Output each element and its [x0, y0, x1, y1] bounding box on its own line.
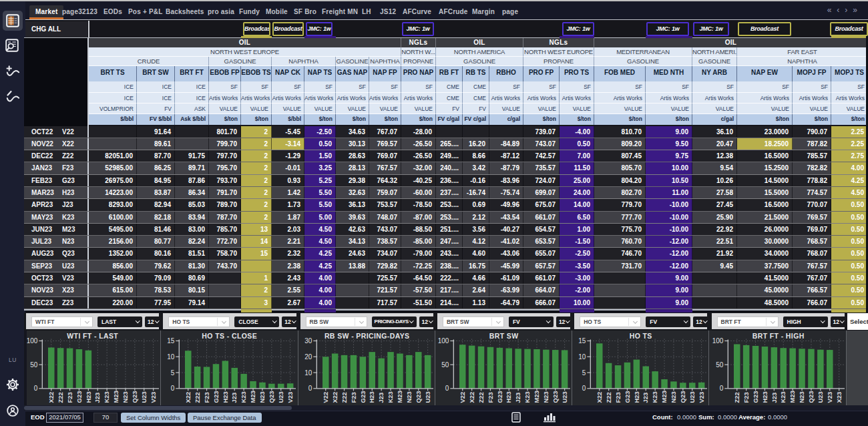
svg-text:X22: X22 — [184, 391, 192, 403]
svg-text:100: 100 — [712, 337, 723, 345]
svg-text:X22: X22 — [331, 391, 338, 403]
svg-text:H23: H23 — [222, 391, 229, 403]
svg-text:K23: K23 — [240, 391, 248, 403]
svg-text:0: 0 — [719, 385, 723, 392]
svg-text:M23: M23 — [250, 391, 257, 403]
svg-text:G23: G23 — [624, 391, 631, 403]
svg-text:15: 15 — [578, 337, 586, 345]
svg-text:J23: J23 — [642, 392, 650, 403]
svg-text:50: 50 — [30, 361, 38, 368]
svg-text:Z22: Z22 — [194, 392, 201, 403]
svg-text:V23: V23 — [150, 391, 157, 403]
svg-text:J23: J23 — [377, 392, 385, 403]
svg-text:K23: K23 — [779, 391, 787, 403]
svg-text:30: 30 — [304, 337, 312, 345]
svg-text:F23: F23 — [203, 392, 210, 403]
svg-text:K23: K23 — [103, 391, 110, 403]
svg-text:N23: N23 — [542, 391, 550, 403]
svg-text:0: 0 — [445, 385, 449, 392]
svg-text:N23: N23 — [405, 391, 413, 403]
svg-text:HO TS - CLOSE: HO TS - CLOSE — [202, 333, 258, 340]
svg-text:G23: G23 — [495, 391, 503, 403]
svg-text:Z22: Z22 — [605, 392, 612, 403]
svg-text:100: 100 — [438, 337, 449, 345]
svg-text:Z22: Z22 — [57, 392, 64, 403]
svg-text:K23: K23 — [652, 391, 659, 403]
svg-text:20: 20 — [304, 353, 312, 360]
svg-text:Q23: Q23 — [415, 391, 422, 403]
svg-text:H23: H23 — [761, 391, 768, 403]
svg-text:M23: M23 — [660, 391, 668, 403]
svg-text:50: 50 — [441, 361, 449, 368]
svg-text:V22: V22 — [459, 391, 466, 403]
svg-text:Z22: Z22 — [340, 392, 347, 403]
svg-text:J23: J23 — [93, 392, 101, 403]
svg-text:H23: H23 — [85, 391, 92, 403]
svg-text:J23: J23 — [770, 392, 777, 403]
svg-text:F23: F23 — [349, 392, 357, 403]
svg-text:Q23: Q23 — [552, 391, 559, 403]
svg-text:Q23: Q23 — [807, 391, 815, 403]
svg-text:100: 100 — [27, 337, 38, 345]
svg-text:M23: M23 — [533, 391, 540, 403]
svg-text:G23: G23 — [75, 391, 83, 403]
svg-text:0: 0 — [582, 385, 586, 392]
svg-text:V23: V23 — [825, 391, 833, 403]
svg-text:U23: U23 — [817, 391, 824, 403]
svg-text:M23: M23 — [396, 391, 403, 403]
svg-text:F23: F23 — [66, 392, 73, 403]
svg-text:0: 0 — [34, 385, 38, 392]
svg-text:10: 10 — [304, 369, 312, 376]
svg-text:10: 10 — [167, 353, 175, 360]
svg-text:J23: J23 — [231, 392, 238, 403]
svg-text:G23: G23 — [359, 391, 366, 403]
svg-text:H23: H23 — [633, 391, 640, 403]
svg-text:Q23: Q23 — [268, 391, 275, 403]
svg-text:U23: U23 — [561, 391, 568, 403]
svg-text:WTI FT - LAST: WTI FT - LAST — [67, 333, 118, 340]
svg-text:U23: U23 — [423, 391, 431, 403]
svg-text:0: 0 — [171, 385, 175, 392]
svg-text:V23: V23 — [698, 391, 705, 403]
svg-text:X23: X23 — [835, 391, 842, 403]
svg-text:U23: U23 — [140, 391, 148, 403]
svg-text:J23: J23 — [514, 392, 521, 403]
svg-text:K23: K23 — [387, 391, 394, 403]
svg-text:Q23: Q23 — [679, 391, 686, 403]
svg-text:V22: V22 — [322, 391, 329, 403]
svg-text:X22: X22 — [47, 391, 55, 403]
svg-text:15: 15 — [167, 337, 175, 345]
svg-text:U23: U23 — [277, 391, 284, 403]
svg-text:RB SW - PRICING-DAYS: RB SW - PRICING-DAYS — [324, 333, 409, 340]
svg-text:G23: G23 — [212, 391, 220, 403]
svg-text:X22: X22 — [468, 391, 475, 403]
svg-text:M23: M23 — [112, 391, 120, 403]
svg-text:Z22: Z22 — [477, 392, 485, 403]
svg-text:Q23: Q23 — [131, 391, 138, 403]
svg-text:5: 5 — [171, 369, 175, 376]
svg-text:U23: U23 — [688, 391, 696, 403]
svg-text:M23: M23 — [789, 391, 796, 403]
svg-text:10: 10 — [578, 353, 586, 360]
svg-text:N23: N23 — [122, 391, 129, 403]
svg-text:BRT FT - HIGH: BRT FT - HIGH — [752, 333, 804, 340]
svg-text:K23: K23 — [523, 391, 531, 403]
svg-text:G23: G23 — [751, 391, 758, 403]
svg-text:N23: N23 — [798, 391, 805, 403]
svg-text:H23: H23 — [368, 391, 375, 403]
svg-text:H23: H23 — [505, 391, 512, 403]
svg-text:V23: V23 — [286, 391, 294, 403]
svg-text:0: 0 — [308, 385, 312, 392]
svg-text:F23: F23 — [614, 392, 622, 403]
svg-text:50: 50 — [716, 361, 724, 368]
svg-text:Z22: Z22 — [732, 392, 740, 403]
svg-text:5: 5 — [582, 369, 586, 376]
svg-text:N23: N23 — [258, 391, 266, 403]
svg-text:BRT SW: BRT SW — [489, 333, 519, 340]
svg-text:N23: N23 — [670, 391, 677, 403]
svg-text:F23: F23 — [487, 392, 494, 403]
svg-text:F23: F23 — [742, 392, 749, 403]
svg-text:X22: X22 — [596, 391, 603, 403]
svg-text:HO TS: HO TS — [630, 333, 652, 340]
